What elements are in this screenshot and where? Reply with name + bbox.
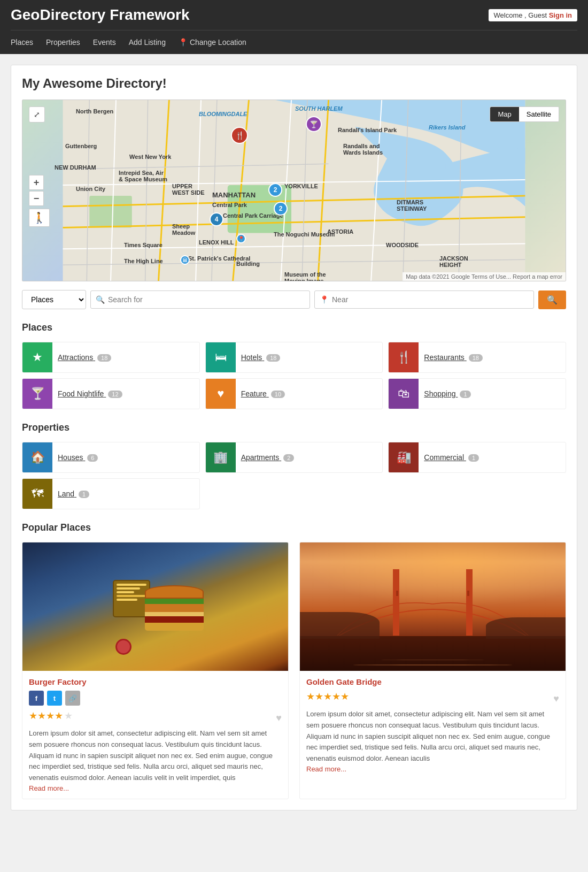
shopping-label: Shopping 1 [424,389,470,398]
main-content: My Awesome Directory! [0,54,588,821]
burger-factory-body: Burger Factory f t 🔗 ★★★★★ ♥ Lorem ipsum… [22,671,288,799]
category-houses[interactable]: 🏠 Houses 6 [22,442,200,473]
land-count: 1 [79,491,89,498]
golden-gate-body: Golden Gate Bridge ★★★★★ ♥ Lorem ipsum d… [300,671,566,779]
map-zoom-in[interactable]: + [29,175,44,190]
hotels-label: Hotels 18 [241,353,281,362]
nav-change-location[interactable]: 📍 Change Location [179,38,246,47]
land-label: Land 1 [58,489,89,498]
page-title: My Awesome Directory! [22,76,566,91]
category-apartments[interactable]: 🏢 Apartments 2 [205,442,383,473]
category-restaurants[interactable]: 🍴 Restaurants 18 [388,342,566,373]
category-food-nightlife[interactable]: 🍸 Food Nightlife 12 [22,378,200,409]
apartments-label: Apartments 2 [241,453,295,462]
burger-factory-read-more[interactable]: Read more... [29,784,69,792]
sign-in-link[interactable]: Sign in [549,11,572,19]
site-title: GeoDirectory Framework [11,6,190,24]
golden-gate-rating-row: ★★★★★ ♥ [306,691,559,707]
feature-count: 10 [271,391,285,398]
category-hotels[interactable]: 🛏 Hotels 18 [205,342,383,373]
twitter-button[interactable]: t [47,691,62,706]
search-input[interactable] [90,290,310,309]
search-category-select[interactable]: Places Properties [22,290,86,309]
nav-add-listing[interactable]: Add Listing [129,38,166,47]
search-bar: Places Properties 🔍 📍 🔍 [22,290,566,309]
content-box: My Awesome Directory! [11,65,577,810]
near-pin-icon: 📍 [320,295,329,304]
map-svg [22,100,566,281]
near-input-wrap: 📍 [314,290,534,309]
main-nav: Places Properties Events Add Listing 📍 C… [11,30,577,54]
marker-number-2b: 2 [274,202,288,216]
golden-gate-stars: ★★★★★ [306,691,349,702]
properties-category-grid: 🏠 Houses 6 🏢 Apartments 2 🏭 [22,442,566,509]
marker-number-2a: 2 [268,183,282,197]
burger-factory-desc: Lorem ipsum dolor sit amet, consectetur … [29,728,282,784]
burger-factory-favorite[interactable]: ♥ [276,713,282,724]
properties-section: Properties 🏠 Houses 6 🏢 Apartments 2 [22,422,566,509]
category-feature[interactable]: ♥ Feature 10 [205,378,383,409]
category-commercial[interactable]: 🏭 Commercial 1 [388,442,566,473]
map-view-toggle: Map Satellite [490,106,559,122]
burger-factory-social: f t 🔗 [29,691,282,706]
restaurants-count: 18 [469,354,483,362]
popular-places-grid: Burger Factory f t 🔗 ★★★★★ ♥ Lorem ipsum… [22,542,566,799]
hotels-count: 18 [266,354,280,362]
nav-events[interactable]: Events [93,38,116,47]
map-background: North Bergen BLOOMINGDALE SOUTH HARLEM G… [22,100,566,281]
properties-section-title: Properties [22,422,566,433]
search-input-wrap: 🔍 [90,290,310,309]
map-btn-map[interactable]: Map [490,107,519,121]
place-card-burger-factory: Burger Factory f t 🔗 ★★★★★ ♥ Lorem ipsum… [22,542,289,799]
facebook-button[interactable]: f [29,691,44,706]
places-section-title: Places [22,322,566,333]
map-zoom-out[interactable]: − [29,191,44,206]
map-zoom-controls: + − [29,175,44,206]
food-nightlife-label: Food Nightlife 12 [58,389,122,398]
link-button[interactable]: 🔗 [65,691,80,706]
category-attractions[interactable]: ★ Attractions 18 [22,342,200,373]
welcome-text: Welcome , Guest [494,11,547,19]
near-input[interactable] [314,290,534,309]
golden-gate-favorite[interactable]: ♥ [553,693,559,705]
search-icon: 🔍 [96,295,105,304]
header: GeoDirectory Framework Welcome , Guest S… [0,0,588,54]
popular-places-title: Popular Places [22,522,566,533]
map-street-view[interactable]: 🚶 [29,209,50,227]
restaurants-label: Restaurants 18 [424,353,483,362]
pin-icon: 📍 [179,38,188,47]
golden-gate-read-more[interactable]: Read more... [306,765,346,773]
attractions-count: 18 [97,354,111,362]
header-top: GeoDirectory Framework Welcome , Guest S… [11,0,577,30]
food-nightlife-count: 12 [108,391,122,398]
land-icon: 🗺 [22,479,52,509]
search-submit-button[interactable]: 🔍 [538,290,566,309]
feature-label: Feature 10 [241,389,285,398]
nav-places[interactable]: Places [11,38,33,47]
category-shopping[interactable]: 🛍 Shopping 1 [388,378,566,409]
header-welcome: Welcome , Guest Sign in [489,9,577,21]
places-category-grid: ★ Attractions 18 🛏 Hotels 18 🍴 [22,342,566,409]
place-card-golden-gate: Golden Gate Bridge ★★★★★ ♥ Lorem ipsum d… [299,542,566,799]
apartments-count: 2 [283,454,294,462]
shopping-count: 1 [460,391,470,398]
map-btn-satellite[interactable]: Satellite [519,107,559,121]
commercial-label: Commercial 1 [424,453,479,462]
marker-nightlife-1: 🍸 [306,116,322,132]
category-land[interactable]: 🗺 Land 1 [22,478,200,509]
burger-factory-name[interactable]: Burger Factory [29,677,282,686]
marker-small-1: 📍 [236,234,246,243]
marker-restaurant-1: 🍴 [231,127,248,144]
map-expand-button[interactable]: ⤢ [29,106,45,123]
apartments-icon: 🏢 [206,442,236,472]
restaurants-icon: 🍴 [389,342,419,372]
marker-museum: 🏛 [180,255,190,265]
golden-gate-desc: Lorem ipsum dolor sit amet, consectetur … [306,709,559,764]
nav-properties[interactable]: Properties [46,38,80,47]
map-container: North Bergen BLOOMINGDALE SOUTH HARLEM G… [22,100,566,281]
commercial-icon: 🏭 [389,442,419,472]
golden-gate-name[interactable]: Golden Gate Bridge [306,677,559,686]
places-section: Places ★ Attractions 18 🛏 Hotels 18 [22,322,566,409]
marker-number-4: 4 [210,212,223,226]
houses-icon: 🏠 [22,442,52,472]
